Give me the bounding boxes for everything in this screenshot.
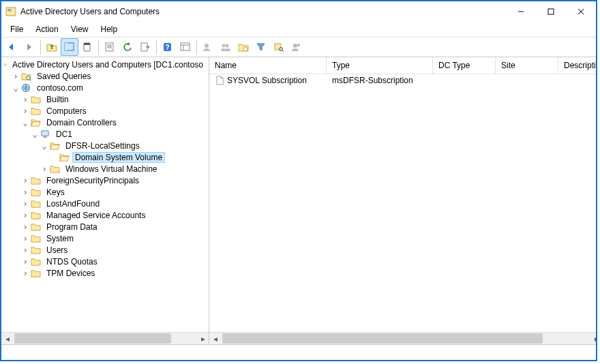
expand-icon[interactable]: › — [20, 211, 30, 220]
tree-builtin[interactable]: › Builtin — [1, 93, 209, 105]
folder-open-icon — [49, 141, 60, 151]
folder-icon — [30, 222, 41, 232]
collapse-icon[interactable]: ⌄ — [11, 83, 20, 93]
expand-icon[interactable]: › — [20, 269, 30, 278]
svg-rect-11 — [106, 43, 113, 51]
show-hide-tree-button[interactable] — [61, 38, 78, 56]
new-ou-button[interactable] — [235, 38, 252, 56]
scroll-left-icon[interactable]: ◂ — [209, 333, 221, 344]
close-button[interactable] — [566, 2, 596, 21]
collapse-icon[interactable]: ⌄ — [40, 141, 49, 151]
folder-icon — [30, 257, 41, 267]
svg-rect-10 — [84, 43, 90, 45]
tree-tpm-devices[interactable]: › TPM Devices — [1, 267, 209, 279]
col-site[interactable]: Site — [496, 57, 558, 74]
tree-domain-system-volume[interactable]: Domain System Volume — [1, 151, 209, 163]
tree-keys[interactable]: › Keys — [1, 186, 209, 198]
tree-dfsr[interactable]: ⌄ DFSR-LocalSettings — [1, 140, 209, 151]
titlebar: Active Directory Users and Computers — [1, 1, 596, 22]
expand-icon[interactable]: › — [20, 257, 30, 267]
minimize-button[interactable] — [506, 2, 536, 21]
list-hscroll[interactable]: ◂ ▸ — [209, 332, 597, 344]
tree-saved-queries[interactable]: › Saved Queries — [1, 70, 209, 82]
expand-icon[interactable]: › — [20, 222, 30, 232]
col-dc-type[interactable]: DC Type — [433, 57, 496, 74]
tree-domain-controllers[interactable]: ⌄ Domain Controllers — [1, 117, 209, 128]
menu-action[interactable]: Action — [29, 23, 64, 35]
maximize-button[interactable] — [536, 2, 566, 21]
menu-view[interactable]: View — [65, 23, 95, 35]
expand-icon[interactable]: › — [20, 234, 30, 243]
help-button[interactable]: ? — [159, 38, 177, 56]
status-bar — [1, 344, 596, 360]
folder-icon — [30, 211, 41, 220]
folder-icon — [30, 187, 41, 197]
expand-icon[interactable]: › — [20, 176, 30, 185]
svg-text:?: ? — [165, 44, 169, 51]
refresh-button[interactable] — [119, 38, 136, 56]
expand-icon[interactable]: › — [11, 72, 20, 81]
find-button[interactable] — [270, 38, 288, 56]
list-body[interactable]: SYSVOL Subscription msDFSR-Subscription — [209, 74, 597, 332]
list-row[interactable]: SYSVOL Subscription msDFSR-Subscription — [209, 74, 597, 87]
svg-point-18 — [226, 44, 229, 48]
saved-queries-icon — [20, 72, 31, 81]
tree-computers[interactable]: › Computers — [1, 105, 209, 117]
aduc-root-icon — [4, 60, 7, 70]
folder-open-icon — [59, 153, 70, 162]
up-button[interactable] — [43, 38, 61, 56]
cut-button[interactable] — [78, 38, 96, 56]
tree-foreign-security-principals[interactable]: › ForeignSecurityPrincipals — [1, 175, 209, 186]
back-button[interactable] — [3, 38, 20, 56]
menu-file[interactable]: File — [4, 23, 29, 35]
forward-button[interactable] — [20, 38, 38, 56]
folder-icon — [30, 95, 41, 104]
collapse-icon[interactable]: ⌄ — [30, 130, 40, 139]
tree-lost-and-found[interactable]: › LostAndFound — [1, 198, 209, 209]
computer-icon — [40, 130, 50, 139]
tree-system[interactable]: › System — [1, 232, 209, 244]
details-button[interactable] — [177, 38, 194, 56]
tree-program-data[interactable]: › Program Data — [1, 221, 209, 232]
tree-domain[interactable]: ⌄ contoso.com — [1, 82, 209, 93]
new-group-button[interactable] — [217, 38, 235, 56]
expand-icon[interactable]: › — [20, 106, 30, 116]
expand-icon[interactable]: › — [40, 164, 49, 174]
window-title: Active Directory Users and Computers — [20, 7, 160, 16]
folder-icon — [30, 245, 41, 255]
col-name[interactable]: Name — [209, 57, 327, 74]
menubar: File Action View Help — [1, 22, 596, 37]
scroll-left-icon[interactable]: ◂ — [1, 333, 13, 344]
svg-rect-8 — [65, 43, 68, 50]
col-type[interactable]: Type — [327, 57, 433, 74]
expand-icon[interactable]: › — [20, 199, 30, 209]
filter-button[interactable] — [252, 38, 270, 56]
expand-icon[interactable]: › — [20, 187, 30, 197]
svg-point-22 — [293, 44, 297, 48]
properties-button[interactable] — [101, 38, 119, 56]
app-icon — [5, 6, 16, 17]
col-description[interactable]: Description — [558, 57, 597, 74]
new-user-button[interactable] — [199, 38, 217, 56]
scroll-right-icon[interactable]: ▸ — [197, 333, 209, 344]
tree[interactable]: Active Directory Users and Computers [DC… — [1, 57, 209, 332]
expand-icon[interactable]: › — [20, 245, 30, 255]
tree-users[interactable]: › Users — [1, 244, 209, 256]
domain-icon — [20, 83, 31, 93]
add-to-group-button[interactable] — [288, 38, 305, 56]
export-button[interactable] — [136, 38, 154, 56]
expand-icon[interactable]: › — [20, 95, 30, 104]
collapse-icon[interactable]: ⌄ — [20, 118, 30, 127]
folder-icon — [30, 234, 41, 243]
tree-windows-virtual-machine[interactable]: › Windows Virtual Machine — [1, 163, 209, 175]
folder-icon — [30, 176, 41, 185]
tree-dc1[interactable]: ⌄ DC1 — [1, 128, 209, 140]
tree-hscroll[interactable]: ◂ ▸ — [1, 332, 209, 344]
svg-point-19 — [243, 47, 247, 51]
menu-help[interactable]: Help — [95, 23, 124, 35]
tree-managed-service-accounts[interactable]: › Managed Service Accounts — [1, 209, 209, 221]
svg-rect-20 — [275, 44, 281, 50]
tree-root[interactable]: Active Directory Users and Computers [DC… — [1, 59, 209, 70]
tree-ntds-quotas[interactable]: › NTDS Quotas — [1, 256, 209, 267]
scroll-right-icon[interactable]: ▸ — [590, 333, 597, 344]
